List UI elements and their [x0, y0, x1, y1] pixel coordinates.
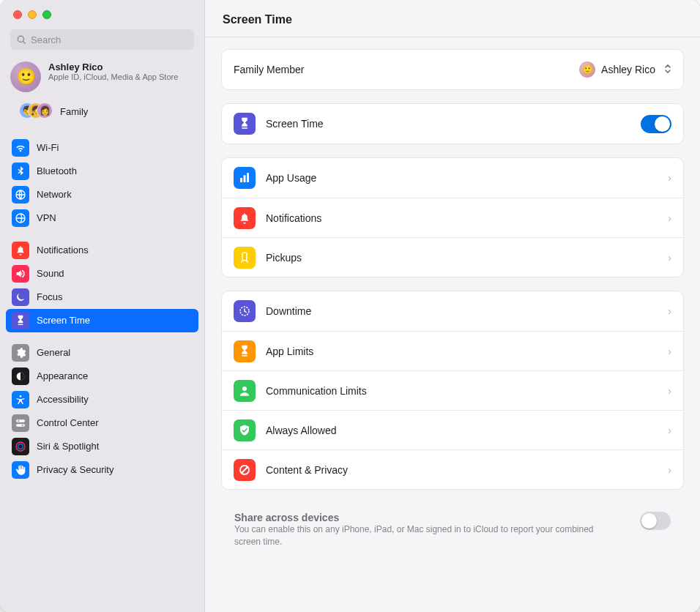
family-member-popup[interactable]: 🙂 Ashley Rico	[579, 61, 671, 78]
share-title: Share across devices	[234, 512, 628, 523]
sidebar-group-2: NotificationsSoundFocusScreen Time	[6, 234, 198, 337]
pickups-icon	[234, 247, 256, 269]
sidebar-item-general[interactable]: General	[6, 341, 198, 365]
sidebar-item-wi-fi[interactable]: Wi-Fi	[6, 136, 198, 160]
sidebar-item-label: General	[37, 344, 70, 362]
bell-icon	[12, 242, 29, 259]
screen-time-toggle[interactable]	[641, 115, 671, 133]
content-header: Screen Time	[205, 0, 700, 37]
chevron-right-icon: ›	[668, 464, 671, 476]
screen-time-toggle-card: Screen Time	[221, 103, 684, 144]
sidebar-item-control-center[interactable]: Control Center	[6, 411, 198, 435]
sidebar-item-siri-spotlight[interactable]: Siri & Spotlight	[6, 435, 198, 458]
accessibility-icon	[12, 391, 29, 408]
sidebar-item-label: Notifications	[37, 242, 89, 259]
family-avatars: 👦👧👩	[19, 102, 53, 120]
siri-icon	[12, 438, 29, 455]
share-row: Share across devices You can enable this…	[221, 503, 684, 557]
gear-icon	[12, 344, 29, 362]
row-content-privacy[interactable]: Content & Privacy›	[222, 449, 683, 489]
minimize-window-button[interactable]	[28, 10, 37, 19]
sidebar-item-sound[interactable]: Sound	[6, 262, 198, 286]
row-label: Content & Privacy	[266, 464, 658, 476]
sidebar-item-label: Bluetooth	[37, 163, 77, 180]
family-member-value: Ashley Rico	[601, 64, 655, 75]
content-body: Family Member 🙂 Ashley Rico	[205, 37, 700, 579]
sidebar-item-notifications[interactable]: Notifications	[6, 239, 198, 262]
sidebar-item-network[interactable]: Network	[6, 183, 198, 206]
vpn-icon	[12, 209, 29, 227]
row-label: App Usage	[266, 172, 658, 184]
usage-card: App Usage›Notifications›Pickups›	[221, 157, 684, 277]
chevron-right-icon: ›	[668, 385, 671, 397]
wifi-icon	[12, 139, 29, 157]
family-member-row[interactable]: Family Member 🙂 Ashley Rico	[222, 50, 683, 89]
family-member-card: Family Member 🙂 Ashley Rico	[221, 49, 684, 90]
sidebar-item-label: Screen Time	[37, 312, 90, 329]
system-settings-window: 🙂 Ashley Rico Apple ID, iCloud, Media & …	[0, 0, 700, 612]
row-label: App Limits	[266, 346, 658, 357]
chevron-right-icon: ›	[668, 305, 671, 317]
content-pane: Screen Time Family Member 🙂 Ashley Rico	[205, 0, 700, 612]
avatar: 🙂	[10, 61, 41, 92]
row-pickups[interactable]: Pickups›	[222, 237, 683, 277]
bluetooth-icon	[12, 163, 29, 180]
nosign-icon	[234, 459, 256, 481]
sidebar-item-accessibility[interactable]: Accessibility	[6, 388, 198, 411]
avatar-icon: 🙂	[579, 61, 595, 78]
hourglass-icon	[12, 312, 29, 329]
sidebar-item-screen-time[interactable]: Screen Time	[6, 309, 198, 332]
row-app-usage[interactable]: App Usage›	[222, 158, 683, 198]
sidebar-item-appearance[interactable]: Appearance	[6, 365, 198, 388]
row-label: Notifications	[266, 212, 658, 224]
sidebar-item-label: Focus	[37, 288, 62, 306]
hourglass-icon	[234, 340, 256, 362]
sidebar-group-1: Wi-FiBluetoothNetworkVPN	[6, 132, 198, 234]
sidebar-item-focus[interactable]: Focus	[6, 286, 198, 309]
close-window-button[interactable]	[13, 10, 22, 19]
sidebar-item-privacy-security[interactable]: Privacy & Security	[6, 458, 198, 482]
row-label: Always Allowed	[266, 425, 658, 436]
share-toggle[interactable]	[640, 512, 671, 530]
row-communication-limits[interactable]: Communication Limits›	[222, 370, 683, 410]
sidebar-item-label: VPN	[37, 209, 56, 227]
share-description: You can enable this on any iPhone, iPad,…	[234, 523, 600, 548]
chevron-right-icon: ›	[668, 425, 671, 436]
chevron-right-icon: ›	[668, 252, 671, 264]
window-controls	[0, 0, 204, 29]
sidebar-item-family[interactable]: 👦👧👩 Family	[0, 98, 204, 129]
chevron-right-icon: ›	[668, 212, 671, 224]
sidebar-item-label: Appearance	[37, 367, 88, 385]
chart-icon	[234, 167, 256, 189]
row-always-allowed[interactable]: Always Allowed›	[222, 410, 683, 449]
limits-card: Downtime›App Limits›Communication Limits…	[221, 291, 684, 490]
zoom-window-button[interactable]	[42, 10, 51, 19]
person-icon	[234, 380, 256, 402]
sidebar-item-label: Wi-Fi	[37, 139, 59, 157]
shield-check-icon	[234, 419, 256, 441]
family-member-label: Family Member	[234, 64, 569, 75]
row-label: Downtime	[266, 305, 658, 317]
screen-time-label: Screen Time	[266, 118, 630, 130]
row-label: Communication Limits	[266, 385, 658, 397]
chevron-right-icon: ›	[668, 172, 671, 184]
sidebar-item-label: Sound	[37, 265, 64, 283]
row-app-limits[interactable]: App Limits›	[222, 331, 683, 370]
hourglass-icon	[234, 113, 256, 135]
search-input[interactable]	[10, 29, 194, 50]
family-label: Family	[60, 106, 88, 117]
sidebar-item-label: Privacy & Security	[37, 461, 113, 479]
switches-icon	[12, 414, 29, 432]
row-notifications[interactable]: Notifications›	[222, 198, 683, 237]
bell-icon	[234, 207, 256, 229]
share-card: Share across devices You can enable this…	[221, 503, 684, 557]
appearance-icon	[12, 367, 29, 385]
sidebar-item-label: Control Center	[37, 414, 99, 432]
row-downtime[interactable]: Downtime›	[222, 291, 683, 331]
sidebar-item-vpn[interactable]: VPN	[6, 206, 198, 230]
sidebar-item-bluetooth[interactable]: Bluetooth	[6, 160, 198, 183]
page-title: Screen Time	[223, 13, 682, 26]
chevron-right-icon: ›	[668, 346, 671, 357]
sidebar-item-apple-id[interactable]: 🙂 Ashley Rico Apple ID, iCloud, Media & …	[0, 56, 204, 98]
sidebar-item-label: Network	[37, 186, 72, 204]
